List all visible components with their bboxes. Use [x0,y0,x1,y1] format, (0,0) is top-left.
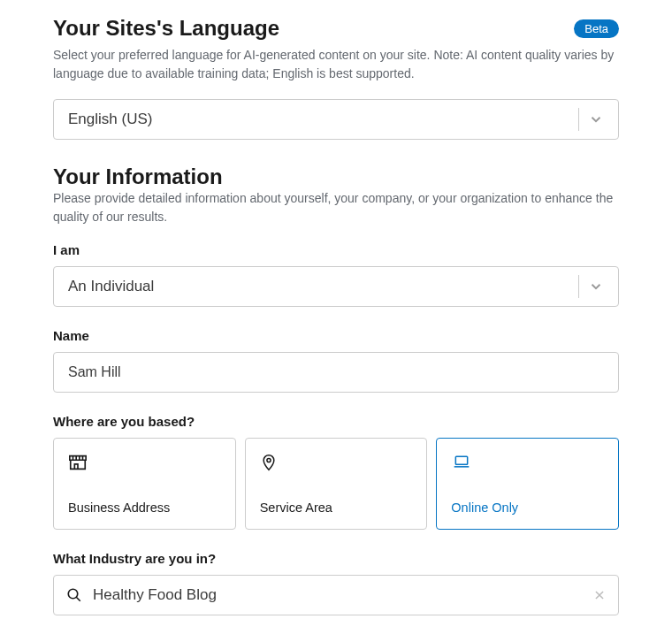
language-section: Your Sites's Language Beta Select your p… [53,16,619,140]
storefront-icon [68,453,221,474]
name-field: Name [53,328,619,393]
name-label: Name [53,328,619,343]
clear-icon[interactable] [593,589,606,601]
industry-search[interactable] [53,575,619,615]
location-label: Where are you based? [53,414,619,429]
location-option-service[interactable]: Service Area [245,438,428,530]
beta-badge: Beta [574,19,619,38]
language-title: Your Sites's Language [53,16,279,41]
location-field: Where are you based? Business Address [53,414,619,530]
location-option-label: Business Address [68,501,221,515]
industry-field: What Industry are you in? [53,551,619,615]
language-select-value: English (US) [68,111,578,128]
industry-input[interactable] [93,586,583,604]
location-option-online[interactable]: Online Only [436,438,619,530]
iam-field: I am An Individual [53,242,619,307]
language-select[interactable]: English (US) [53,99,619,140]
search-icon [66,587,82,603]
iam-label: I am [53,242,619,257]
svg-rect-1 [456,456,468,464]
name-input[interactable] [53,352,619,393]
location-option-label: Online Only [451,501,604,515]
select-divider [578,108,579,131]
industry-label: What Industry are you in? [53,551,619,566]
svg-line-3 [76,597,80,601]
info-title: Your Information [53,164,619,189]
svg-point-2 [68,589,78,599]
chevron-down-icon [588,279,604,294]
laptop-icon [451,453,604,474]
iam-select[interactable]: An Individual [53,266,619,307]
select-divider [578,275,579,298]
info-section: Your Information Please provide detailed… [53,164,619,615]
location-option-business[interactable]: Business Address [53,438,236,530]
location-option-label: Service Area [260,501,413,515]
language-subtitle: Select your preferred language for AI-ge… [53,46,619,83]
chevron-down-icon [588,111,604,127]
iam-select-value: An Individual [68,278,578,295]
map-pin-icon [260,453,413,474]
info-subtitle: Please provide detailed information abou… [53,189,619,226]
svg-point-0 [267,458,271,462]
